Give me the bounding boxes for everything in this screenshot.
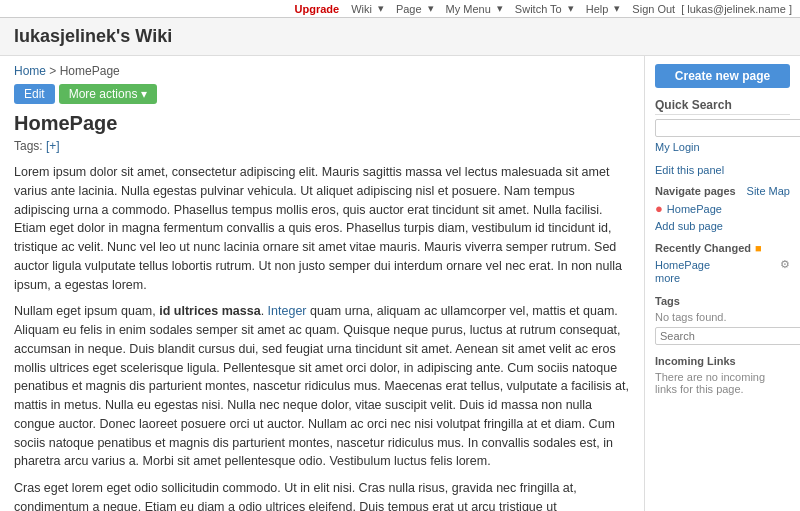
upgrade-link[interactable]: Upgrade bbox=[295, 3, 340, 15]
navigate-pages-title: Navigate pages bbox=[655, 185, 736, 197]
user-email: [ lukas@jelinek.name ] bbox=[681, 3, 792, 15]
site-header: lukasjelinek's Wiki bbox=[0, 18, 800, 56]
rss-icon: ■ bbox=[755, 242, 762, 254]
tags-section-title: Tags bbox=[655, 295, 790, 307]
paragraph-1: Lorem ipsum dolor sit amet, consectetur … bbox=[14, 163, 630, 294]
no-tags-text: No tags found. bbox=[655, 311, 790, 323]
edit-panel-link[interactable]: Edit this panel bbox=[655, 164, 724, 176]
quick-search-title: Quick Search bbox=[655, 98, 790, 115]
para2-highlight: id ultrices massa bbox=[159, 304, 260, 318]
action-bar: Edit More actions ▾ bbox=[14, 84, 630, 104]
more-actions-button[interactable]: More actions ▾ bbox=[59, 84, 157, 104]
quick-search-input[interactable] bbox=[655, 119, 800, 137]
signout-link[interactable]: Sign Out bbox=[632, 3, 675, 15]
switchto-menu[interactable]: Switch To bbox=[515, 3, 562, 15]
tags-search-input[interactable] bbox=[655, 327, 800, 345]
navigate-pages-header: Navigate pages Site Map bbox=[655, 185, 790, 197]
page-title: HomePage bbox=[14, 112, 630, 135]
homepage-nav-item: ● HomePage bbox=[655, 201, 790, 216]
recently-changed-header: Recently Changed ■ bbox=[655, 242, 790, 254]
quick-search-section: Quick Search Go My Login bbox=[655, 98, 790, 153]
tags-section: Tags No tags found. more bbox=[655, 295, 790, 345]
bullet-icon: ● bbox=[655, 201, 663, 216]
site-title: lukasjelinek's Wiki bbox=[14, 26, 172, 46]
help-menu[interactable]: Help bbox=[586, 3, 609, 15]
recently-changed-title: Recently Changed bbox=[655, 242, 751, 254]
recently-changed-more-link[interactable]: more bbox=[655, 272, 680, 284]
homepage-nav-link[interactable]: HomePage bbox=[667, 203, 722, 215]
main-content: Home > HomePage Edit More actions ▾ Home… bbox=[0, 56, 645, 511]
add-tag-link[interactable]: [+] bbox=[46, 139, 60, 153]
no-incoming-text: There are no incoming links for this pag… bbox=[655, 371, 790, 395]
tags-search-row: more bbox=[655, 327, 790, 345]
recently-changed-link[interactable]: HomePage bbox=[655, 259, 710, 271]
incoming-links-section: Incoming Links There are no incoming lin… bbox=[655, 355, 790, 395]
add-subpage-link[interactable]: Add sub page bbox=[655, 220, 790, 232]
recently-changed-section: Recently Changed ■ HomePage ⚙ more bbox=[655, 242, 790, 285]
recently-changed-item: HomePage ⚙ bbox=[655, 258, 790, 271]
create-new-page-button[interactable]: Create new page bbox=[655, 64, 790, 88]
navigate-pages-section: Navigate pages Site Map ● HomePage Add s… bbox=[655, 185, 790, 232]
page-content: Lorem ipsum dolor sit amet, consectetur … bbox=[14, 163, 630, 511]
para2-after: quam urna, aliquam ac ullamcorper vel, m… bbox=[14, 304, 629, 468]
para2-before: Nullam eget ipsum quam, bbox=[14, 304, 159, 318]
page-menu[interactable]: Page bbox=[396, 3, 422, 15]
breadcrumb-home[interactable]: Home bbox=[14, 64, 46, 78]
paragraph-3: Cras eget lorem eget odio sollicitudin c… bbox=[14, 479, 630, 511]
para2-link[interactable]: Integer bbox=[268, 304, 307, 318]
site-map-link[interactable]: Site Map bbox=[747, 185, 790, 197]
breadcrumb-separator: > bbox=[49, 64, 59, 78]
tags-label: Tags: bbox=[14, 139, 43, 153]
layout: Home > HomePage Edit More actions ▾ Home… bbox=[0, 56, 800, 511]
breadcrumb-current: HomePage bbox=[60, 64, 120, 78]
paragraph-2: Nullam eget ipsum quam, id ultrices mass… bbox=[14, 302, 630, 471]
edit-button[interactable]: Edit bbox=[14, 84, 55, 104]
gear-icon[interactable]: ⚙ bbox=[780, 258, 790, 271]
page-tags: Tags: [+] bbox=[14, 139, 630, 153]
mymenu-menu[interactable]: My Menu bbox=[446, 3, 491, 15]
top-bar: Upgrade Wiki▾ Page▾ My Menu▾ Switch To▾ … bbox=[0, 0, 800, 18]
wiki-menu[interactable]: Wiki bbox=[351, 3, 372, 15]
incoming-links-title: Incoming Links bbox=[655, 355, 790, 367]
quick-search-row: Go bbox=[655, 119, 790, 137]
breadcrumb: Home > HomePage bbox=[14, 64, 630, 78]
edit-panel-container: Edit this panel bbox=[655, 163, 790, 177]
sidebar: Create new page Quick Search Go My Login… bbox=[645, 56, 800, 511]
my-login-link[interactable]: My Login bbox=[655, 141, 790, 153]
